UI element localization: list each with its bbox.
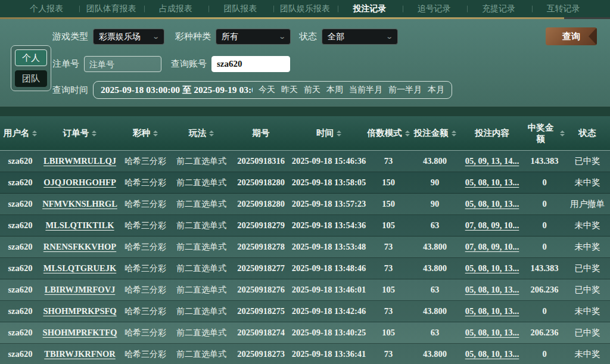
cell-status: 已中奖 (565, 284, 610, 295)
query-button[interactable]: 查询 (546, 27, 597, 45)
cell-order-id[interactable]: NFMVKNSLHRGL (41, 199, 119, 209)
cell-bet-content[interactable]: 07, 08, 09, 10... (460, 220, 524, 231)
filter-row-selects: 游戏类型 彩票娱乐场 ⌄ 彩种种类 所有 ⌄ 状态 全部 ⌄ (52, 29, 398, 45)
cell-order-id[interactable]: TBIRWJKRFNOR (41, 349, 119, 359)
nav-tab[interactable]: 追号记录 (402, 4, 466, 14)
quick-ranges: 今天昨天前天本周当前半月前一半月本月 (253, 85, 444, 95)
status-select[interactable]: 全部 ⌄ (322, 29, 398, 45)
cell-bet-content[interactable]: 05, 08, 10, 13... (460, 285, 524, 295)
column-header[interactable]: 订单号 (41, 127, 119, 139)
cell-multiple: 150 (367, 178, 410, 188)
cell-multiple: 73 (367, 349, 410, 359)
cell-bet-content[interactable]: 05, 08, 10, 13... (460, 199, 524, 209)
cell-bet-content[interactable]: 05, 08, 10, 13... (460, 328, 524, 338)
nav-tab[interactable]: 个人报表 (14, 4, 79, 14)
column-header[interactable]: 中奖金额 (524, 122, 565, 145)
cell-username: sza620 (0, 285, 41, 295)
cell-bet-amount: 90 (410, 199, 460, 209)
nav-tab[interactable]: 互转记录 (531, 4, 596, 14)
cell-bet-content[interactable]: 05, 08, 10, 13... (460, 178, 524, 188)
cell-lottery: 哈希三分彩 (119, 306, 172, 317)
column-header[interactable]: 时间 (291, 127, 367, 139)
cell-bet-content[interactable]: 07, 08, 09, 10... (460, 242, 524, 252)
cell-issue: 20250918279 (231, 220, 291, 231)
cell-bet-content[interactable]: 05, 09, 13, 14... (460, 156, 524, 166)
cell-bet-content[interactable]: 05, 08, 10, 13... (460, 306, 524, 316)
cell-username: sza620 (0, 220, 41, 231)
cell-order-id[interactable]: LBIRWJMRFOVJ (41, 285, 119, 295)
cell-bet-content[interactable]: 05, 08, 10, 13... (460, 263, 524, 273)
column-header[interactable]: 状态 (565, 127, 610, 139)
column-header-label: 中奖金额 (524, 122, 557, 145)
cell-win-amount: 206.236 (524, 328, 565, 338)
bet-no-label: 注单号 (52, 58, 79, 70)
query-button-label: 查询 (562, 31, 580, 42)
quick-range-button[interactable]: 今天 (259, 85, 275, 95)
nav-tab[interactable]: 团队报表 (208, 4, 272, 14)
cell-multiple: 150 (367, 199, 410, 209)
game-type-label: 游戏类型 (52, 31, 88, 42)
cell-win-amount: 0 (524, 220, 565, 231)
nav-tab[interactable]: 团队体育报表 (79, 4, 143, 14)
cell-username: sza620 (0, 199, 41, 209)
lottery-type-value: 所有 (222, 32, 238, 42)
quick-range-button[interactable]: 昨天 (281, 85, 298, 95)
nav-tab[interactable]: 占成报表 (144, 4, 208, 14)
cell-status: 已中奖 (565, 263, 610, 274)
cell-issue: 20250918280 (231, 199, 291, 209)
cell-order-id[interactable]: RNENSFKKVHOP (41, 242, 119, 252)
quick-range-button[interactable]: 前天 (304, 85, 320, 95)
lottery-type-select[interactable]: 所有 ⌄ (216, 29, 291, 45)
column-header[interactable]: 倍数模式 (367, 127, 410, 139)
cell-order-id[interactable]: SHOHMPRKPSFQ (41, 306, 119, 316)
column-header[interactable]: 彩种 (119, 127, 172, 139)
cell-order-id[interactable]: SHOHMPRFKTFQ (41, 328, 119, 338)
game-type-value: 彩票娱乐场 (99, 32, 141, 42)
scope-team-button[interactable]: 团队 (15, 70, 47, 87)
column-header-label: 期号 (253, 127, 270, 139)
quick-range-button[interactable]: 当前半月 (349, 85, 382, 95)
table-row: sza620 LBIRWJMRFOVJ 哈希三分彩 前二直选单式 2025091… (0, 279, 610, 301)
nav-tab[interactable]: 投注记录 (337, 4, 402, 14)
cell-status: 用户撤单 (565, 198, 610, 210)
quick-range-button[interactable]: 本月 (428, 85, 444, 95)
cell-status: 未中奖 (565, 241, 610, 253)
cell-username: sza620 (0, 263, 41, 273)
cell-win-amount: 143.383 (524, 156, 565, 166)
filter-row-time: 查询时间 2025-09-18 03:00:00 至 2025-09-19 03… (52, 81, 452, 99)
column-header[interactable]: 玩法 (172, 127, 231, 139)
time-range-input[interactable]: 2025-09-18 03:00:00 至 2025-09-19 03:00:0… (101, 84, 253, 97)
game-type-select[interactable]: 彩票娱乐场 ⌄ (93, 29, 164, 45)
cell-order-id[interactable]: LBIRWMRULLQJ (41, 156, 119, 166)
cell-bet-amount: 63 (410, 285, 460, 295)
cell-bet-content[interactable]: 05, 08, 10, 13... (460, 349, 524, 359)
cell-play: 前二直选单式 (172, 306, 231, 317)
quick-range-button[interactable]: 本周 (326, 85, 343, 95)
scope-personal-button[interactable]: 个人 (15, 49, 47, 66)
sort-icon (209, 130, 214, 136)
cell-multiple: 73 (367, 156, 410, 166)
cell-order-id[interactable]: MLSLQTGRUEJK (41, 263, 119, 273)
column-header[interactable]: 用户名 (0, 127, 41, 139)
column-header[interactable]: 投注内容 (460, 127, 524, 139)
account-input[interactable] (211, 56, 290, 72)
nav-tab[interactable]: 团队娱乐报表 (273, 4, 337, 14)
nav-tab[interactable]: 充提记录 (466, 4, 531, 14)
column-header-label: 订单号 (63, 127, 89, 139)
bet-no-input[interactable] (84, 56, 161, 72)
quick-range-button[interactable]: 前一半月 (388, 85, 422, 95)
cell-issue: 20250918273 (231, 349, 291, 359)
cell-lottery: 哈希三分彩 (119, 156, 172, 167)
column-header[interactable]: 投注金额 (410, 127, 460, 139)
cell-multiple: 73 (367, 263, 410, 273)
cell-order-id[interactable]: MLSLQTIKTILK (41, 220, 119, 231)
column-header[interactable]: 期号 (231, 127, 291, 139)
cell-multiple: 73 (367, 242, 410, 252)
time-range-box: 2025-09-18 03:00:00 至 2025-09-19 03:00:0… (93, 81, 452, 99)
cell-issue: 20250918276 (231, 285, 291, 295)
column-header-label: 用户名 (4, 127, 30, 139)
table-row: sza620 SHOHMPRKPSFQ 哈希三分彩 前二直选单式 2025091… (0, 301, 610, 322)
cell-lottery: 哈希三分彩 (119, 285, 172, 295)
cell-order-id[interactable]: OJQJORHGOHFP (41, 178, 119, 188)
cell-win-amount: 0 (524, 306, 565, 316)
